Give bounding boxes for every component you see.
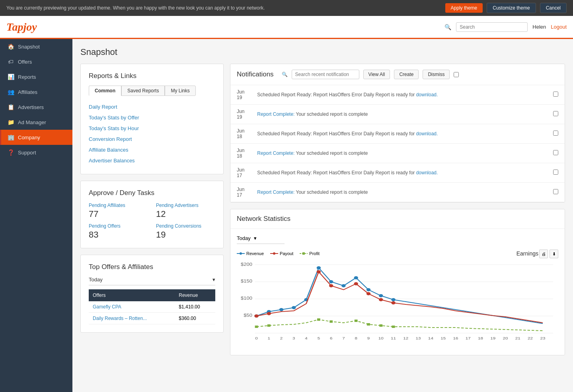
- svg-point-46: [341, 284, 345, 287]
- sidebar-item-affiliates[interactable]: 👥 Affiliates: [0, 84, 72, 99]
- notif-checkbox[interactable]: [553, 92, 558, 97]
- svg-point-47: [354, 276, 358, 279]
- notification-search-input[interactable]: [292, 70, 359, 79]
- cancel-button[interactable]: Cancel: [540, 3, 567, 13]
- report-complete-link[interactable]: Report Complete:: [257, 189, 294, 195]
- sidebar-label-company: Company: [18, 135, 40, 140]
- report-complete-link[interactable]: Report Complete:: [257, 150, 294, 156]
- offer-revenue-gamefly: $1,410.00: [175, 301, 215, 313]
- sidebar-item-advertisers[interactable]: 📋 Advertisers: [0, 99, 72, 115]
- chart-icons: 🖨 ⬇: [539, 250, 558, 258]
- sidebar-label-affiliates: Affiliates: [18, 89, 37, 95]
- svg-point-53: [317, 270, 321, 273]
- notif-content: Report Complete: Your scheduled report i…: [251, 144, 547, 163]
- link-affiliate-balances[interactable]: Affiliate Balances: [89, 144, 215, 155]
- link-daily-report[interactable]: Daily Report: [89, 101, 215, 112]
- notif-checkbox[interactable]: [553, 111, 558, 116]
- svg-text:21: 21: [515, 336, 520, 340]
- svg-text:20: 20: [503, 336, 508, 340]
- svg-point-56: [366, 292, 370, 295]
- tab-common[interactable]: Common: [89, 86, 121, 96]
- print-chart-button[interactable]: 🖨: [539, 250, 548, 258]
- download-link[interactable]: download.: [416, 131, 438, 137]
- sidebar-item-support[interactable]: ❓ Support: [0, 145, 72, 160]
- download-chart-button[interactable]: ⬇: [550, 250, 558, 258]
- svg-point-54: [329, 284, 333, 287]
- svg-text:7: 7: [342, 336, 345, 340]
- preview-message: You are currently previewing your update…: [6, 5, 441, 11]
- download-link[interactable]: download.: [416, 170, 438, 176]
- svg-text:17: 17: [466, 336, 471, 340]
- sidebar-item-company[interactable]: 🏢 Company: [0, 130, 72, 145]
- select-all-checkbox[interactable]: [454, 72, 459, 77]
- notif-checkbox[interactable]: [553, 131, 558, 136]
- legend-profit: Profit: [300, 251, 320, 256]
- notifications-table: Jun 19 Scheduled Report Ready: Report Ha…: [230, 85, 565, 202]
- stats-period-dropdown[interactable]: Today ▾: [237, 235, 285, 244]
- svg-text:14: 14: [428, 336, 433, 340]
- report-complete-link[interactable]: Report Complete:: [257, 111, 294, 117]
- svg-text:0: 0: [255, 336, 258, 340]
- sidebar-item-reports[interactable]: 📊 Reports: [0, 69, 72, 84]
- svg-text:13: 13: [416, 336, 421, 340]
- preview-bar: You are currently previewing your update…: [0, 0, 573, 16]
- link-advertiser-balances[interactable]: Advertiser Balances: [89, 155, 215, 166]
- svg-text:3: 3: [292, 336, 295, 340]
- top-offers-period-select[interactable]: Today ▾: [89, 277, 215, 285]
- legend-revenue: Revenue: [237, 251, 264, 256]
- network-stats-header: Network Statistics: [230, 209, 565, 229]
- offer-link-daily-rewards[interactable]: Daily Rewards – Rotten...: [93, 316, 147, 321]
- offer-link-gamefly[interactable]: Gamefly CPA: [93, 304, 121, 310]
- download-link[interactable]: download.: [416, 92, 438, 98]
- svg-text:12: 12: [403, 336, 408, 340]
- link-todays-stats-offer[interactable]: Today's Stats by Offer: [89, 112, 215, 123]
- notif-date: Jun 19: [230, 85, 251, 105]
- svg-rect-64: [367, 323, 370, 326]
- link-todays-stats-hour[interactable]: Today's Stats by Hour: [89, 123, 215, 134]
- approve-deny-card: Approve / Deny Tasks Pending Affiliates …: [80, 181, 224, 248]
- tab-saved-reports[interactable]: Saved Reports: [121, 86, 165, 96]
- svg-rect-59: [255, 326, 258, 328]
- search-icon: 🔍: [444, 24, 451, 30]
- sidebar-item-admanager[interactable]: 📁 Ad Manager: [0, 115, 72, 130]
- svg-point-3: [273, 252, 275, 255]
- task-grid: Pending Affiliates 77 Pending Advertiser…: [89, 203, 215, 240]
- question-icon: ❓: [8, 149, 14, 156]
- svg-text:15: 15: [440, 336, 446, 340]
- svg-point-58: [391, 301, 395, 304]
- dismiss-button[interactable]: Dismiss: [423, 70, 450, 79]
- svg-text:$50: $50: [244, 313, 252, 318]
- legend-revenue-label: Revenue: [246, 251, 264, 256]
- svg-text:2: 2: [280, 336, 283, 340]
- search-input[interactable]: [456, 22, 528, 32]
- pending-conversions-label[interactable]: Pending Conversions: [156, 223, 215, 229]
- notif-checkbox[interactable]: [553, 189, 558, 194]
- logout-link[interactable]: Logout: [551, 24, 567, 30]
- notif-content: Report Complete: Your scheduled report i…: [251, 183, 547, 202]
- notif-date: Jun 19: [230, 105, 251, 124]
- pending-offers-label[interactable]: Pending Offers: [89, 223, 148, 229]
- apply-theme-button[interactable]: Apply theme: [445, 3, 483, 13]
- link-conversion-report[interactable]: Conversion Report: [89, 134, 215, 144]
- notif-checkbox[interactable]: [553, 150, 558, 155]
- pending-affiliates-count: 77: [89, 209, 148, 219]
- pending-advertisers-label[interactable]: Pending Advertisers: [156, 203, 215, 208]
- svg-point-55: [354, 282, 358, 285]
- tab-my-links[interactable]: My Links: [165, 86, 195, 96]
- folder-icon: 📁: [8, 119, 14, 125]
- notification-row: Jun 18 Report Complete: Your scheduled r…: [230, 144, 565, 163]
- svg-rect-66: [392, 326, 395, 328]
- customize-theme-button[interactable]: Customize theme: [487, 3, 536, 13]
- svg-text:5: 5: [318, 336, 320, 340]
- pending-affiliates-label[interactable]: Pending Affiliates: [89, 203, 148, 208]
- sidebar-item-offers[interactable]: 🏷 Offers: [0, 54, 72, 69]
- notifications-title: Notifications: [237, 70, 274, 78]
- view-all-button[interactable]: View All: [363, 70, 390, 79]
- create-button[interactable]: Create: [394, 70, 419, 79]
- sidebar-item-snapshot[interactable]: 🏠 Snapshot: [0, 39, 72, 54]
- notif-checkbox[interactable]: [553, 170, 558, 175]
- tag-icon: 🏷: [8, 59, 14, 65]
- task-pending-affiliates: Pending Affiliates 77: [89, 203, 148, 219]
- chart-legend: Revenue Payout Profit Earnings: [237, 250, 558, 257]
- right-column: Notifications 🔍 View All Create Dismiss …: [230, 64, 565, 355]
